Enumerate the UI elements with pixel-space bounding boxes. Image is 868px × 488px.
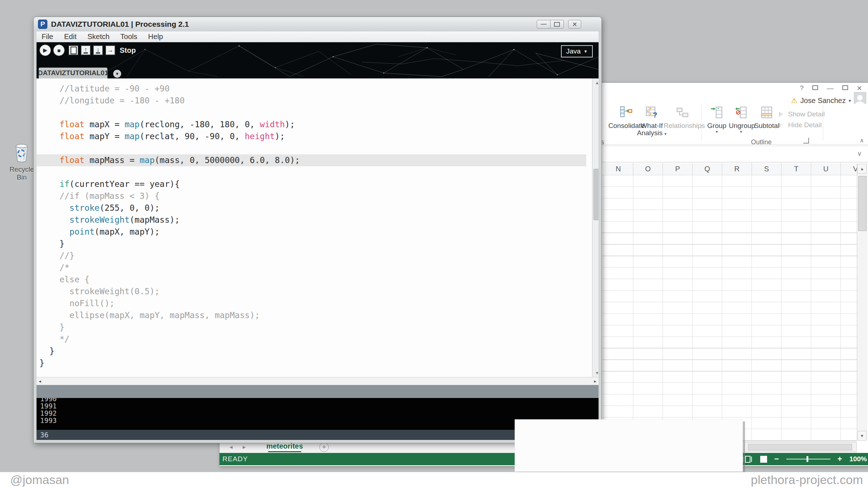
- sheet-grid[interactable]: [601, 175, 857, 441]
- column-headers[interactable]: NOPQRSTUV: [604, 163, 857, 175]
- restore-icon[interactable]: [842, 85, 848, 91]
- code-line: //if (mapMass < 3) {: [37, 190, 586, 202]
- sketch-tab[interactable]: DATAVIZTUTORIAL01: [39, 68, 107, 78]
- column-header-N[interactable]: N: [604, 163, 633, 175]
- watermark-left: @jomasan: [10, 473, 69, 487]
- dialog-launcher-icon[interactable]: [803, 138, 809, 144]
- scroll-down-icon[interactable]: ▾: [592, 370, 599, 376]
- code-line: float mapX = map(reclong, -180, 180, 0, …: [37, 119, 586, 130]
- console-output: 1990199119921993: [37, 398, 599, 430]
- code-line: noFill();: [37, 297, 586, 309]
- new-sketch-button[interactable]: [68, 45, 78, 55]
- menu-item-sketch[interactable]: Sketch: [88, 33, 110, 41]
- recycle-bin-shortcut[interactable]: Recycle Bin: [6, 142, 38, 181]
- subtotal-button[interactable]: Subtotal: [754, 106, 779, 129]
- horizontal-scrollbar[interactable]: [745, 442, 857, 451]
- zoom-in-icon[interactable]: +: [838, 455, 842, 463]
- prev-sheet-icon[interactable]: ◂: [230, 444, 233, 450]
- close-icon[interactable]: ×: [568, 20, 581, 29]
- help-icon[interactable]: ?: [800, 84, 804, 92]
- group-button[interactable]: + Group ▾: [706, 106, 727, 134]
- code-line: [37, 142, 586, 154]
- menu-item-tools[interactable]: Tools: [120, 33, 137, 41]
- code-editor[interactable]: //latitude = -90 - +90 //longitude = -18…: [37, 78, 599, 377]
- code-line: if(currentYear == year){: [37, 178, 586, 190]
- scroll-up-icon[interactable]: ▴: [592, 80, 599, 85]
- code-line: [37, 166, 586, 178]
- page-layout-view-icon[interactable]: [760, 456, 767, 463]
- hide-detail-button: − Hide Detail: [779, 121, 822, 129]
- relationships-icon: [676, 106, 689, 119]
- mode-selector[interactable]: Java ▼: [561, 45, 593, 57]
- console-line: 1993: [37, 417, 599, 424]
- code-lines: //latitude = -90 - +90 //longitude = -18…: [37, 83, 586, 369]
- menu-item-help[interactable]: Help: [148, 33, 163, 41]
- scroll-down-icon[interactable]: ▼: [858, 431, 867, 441]
- code-line: //longitude = -180 - +180: [37, 95, 586, 107]
- processing-logo-icon: P: [38, 20, 47, 29]
- subtotal-icon: [760, 106, 773, 119]
- next-sheet-icon[interactable]: ▸: [243, 444, 246, 450]
- code-line: //latitude = -90 - +90: [37, 83, 586, 95]
- export-icon: →: [107, 47, 114, 54]
- scroll-right-icon[interactable]: ▸: [594, 378, 596, 384]
- add-sheet-icon[interactable]: +: [319, 442, 329, 452]
- close-icon[interactable]: ×: [857, 83, 862, 93]
- window-title: DATAVIZTUTORIAL01 | Processing 2.1: [51, 20, 189, 29]
- run-button[interactable]: ▶: [39, 44, 51, 56]
- column-header-V[interactable]: V: [841, 163, 857, 175]
- minimize-icon[interactable]: —: [827, 84, 834, 92]
- ungroup-label: Ungroup: [729, 122, 753, 129]
- editor-vertical-scrollbar[interactable]: ▴ ▾: [592, 78, 599, 377]
- export-button[interactable]: →: [105, 45, 115, 55]
- maximize-icon[interactable]: [550, 20, 564, 29]
- console-line: 1990: [37, 398, 599, 402]
- scroll-left-icon[interactable]: ◂: [39, 378, 41, 384]
- chevron-down-icon: ▾: [848, 98, 851, 103]
- stop-button[interactable]: ■: [53, 44, 65, 56]
- vertical-scrollbar-thumb[interactable]: [858, 176, 867, 231]
- code-line: }: [37, 321, 586, 333]
- zoom-slider-thumb[interactable]: [807, 456, 808, 462]
- what-if-analysis-button[interactable]: ? What-If Analysis ▾: [636, 106, 667, 137]
- editor-scrollbar-thumb[interactable]: [593, 169, 599, 220]
- current-line-number: 36: [40, 431, 48, 439]
- normal-view-icon[interactable]: [743, 456, 753, 463]
- expand-formula-bar-icon[interactable]: ∨: [857, 150, 862, 158]
- mode-label: Java: [566, 47, 580, 55]
- tab-menu-icon[interactable]: ▼: [113, 70, 121, 78]
- save-sketch-button[interactable]: ↓: [93, 45, 103, 55]
- menu-item-file[interactable]: File: [42, 33, 53, 41]
- collapse-ribbon-icon[interactable]: ∧: [860, 137, 864, 144]
- minimize-icon[interactable]: —: [537, 20, 550, 29]
- watermark-band: @jomasan plethora-project.com: [0, 472, 868, 488]
- processing-title-bar[interactable]: P DATAVIZTUTORIAL01 | Processing 2.1 — ×: [34, 17, 601, 31]
- code-line: }: [37, 357, 586, 369]
- column-header-S[interactable]: S: [752, 163, 782, 175]
- vertical-scrollbar[interactable]: ▲ ▼: [857, 164, 867, 441]
- console-line: 1992: [37, 410, 599, 417]
- editor-horizontal-scrollbar[interactable]: ◂ ▸: [37, 377, 599, 385]
- ribbon-display-options-icon[interactable]: [812, 85, 818, 91]
- ribbon-group-separator: [823, 104, 823, 141]
- horizontal-scrollbar-thumb[interactable]: [748, 444, 852, 450]
- menu-item-edit[interactable]: Edit: [64, 33, 76, 41]
- column-header-Q[interactable]: Q: [693, 163, 722, 175]
- group-icon: +: [710, 106, 723, 119]
- save-icon: ↓: [96, 47, 101, 53]
- zoom-out-icon[interactable]: −: [774, 455, 779, 463]
- open-sketch-button[interactable]: ↑: [81, 45, 91, 55]
- column-header-U[interactable]: U: [811, 163, 841, 175]
- ungroup-button[interactable]: Ungroup ▾: [729, 106, 753, 134]
- column-header-R[interactable]: R: [722, 163, 752, 175]
- code-line: /*: [37, 262, 586, 274]
- scroll-up-icon[interactable]: ▲: [858, 164, 867, 174]
- hide-detail-icon: −: [779, 123, 786, 127]
- code-line: point(mapX, mapY);: [37, 226, 586, 238]
- column-header-O[interactable]: O: [633, 163, 663, 175]
- column-header-T[interactable]: T: [782, 163, 811, 175]
- code-line: float mapMass = map(mass, 0, 5000000, 6.…: [37, 154, 586, 166]
- zoom-level[interactable]: 100%: [849, 455, 867, 463]
- column-header-P[interactable]: P: [663, 163, 693, 175]
- zoom-slider[interactable]: [786, 459, 830, 459]
